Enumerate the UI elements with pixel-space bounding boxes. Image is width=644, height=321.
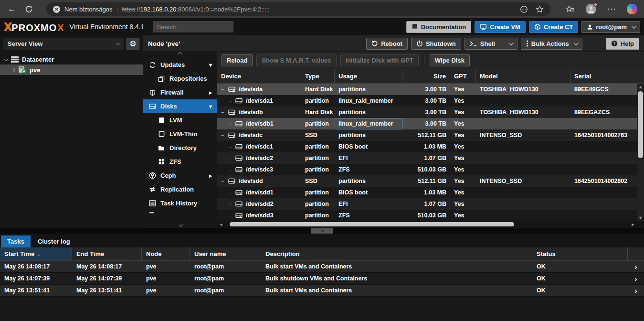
tab-cluster-log[interactable]: Cluster log (32, 235, 76, 247)
gear-icon[interactable]: ⚙ (127, 38, 139, 50)
column-header-serial[interactable]: Serial (570, 69, 637, 83)
disk-row[interactable]: −/dev/sdb1 partition linux_raid_member 3… (217, 118, 644, 129)
disk-row[interactable]: −/dev/sdc SSD partitions 512.11 GB Yes I… (217, 129, 644, 141)
reload-button[interactable]: Reload (222, 54, 253, 66)
menu-item[interactable] (143, 210, 217, 215)
scroll-up-icon[interactable] (143, 53, 217, 56)
task-detail-chevron-icon[interactable]: › (628, 285, 644, 296)
menu-item[interactable]: ZFS (143, 155, 217, 169)
tree-item-pve[interactable]: pve (0, 64, 143, 75)
disk-row[interactable]: −/dev/sda1 partition linux_raid_member 3… (217, 95, 644, 107)
task-row[interactable]: May 26 14:07:39 May 26 14:07:39 pve root… (0, 273, 644, 285)
collapse-icon[interactable]: − (221, 132, 225, 138)
disk-row[interactable]: −/dev/sdc2 partition EFI 1.07 GB Yes (217, 152, 644, 164)
task-row[interactable]: May 26 14:08:17 May 26 14:08:17 pve root… (0, 261, 644, 273)
back-icon[interactable]: ← (7, 4, 17, 14)
grid-icon (158, 159, 165, 165)
column-header-usage[interactable]: Usage (335, 69, 402, 83)
column-header-device[interactable]: Device (217, 69, 301, 83)
column-header-node[interactable]: Node (142, 247, 190, 260)
task-description: Bulk start VMs and Containers (261, 285, 532, 296)
reload-icon[interactable] (24, 4, 34, 14)
tree-item-datacenter[interactable]: Datacenter (0, 54, 143, 64)
replication-icon (148, 186, 156, 193)
column-header-status[interactable]: Status (532, 247, 628, 260)
menu-item[interactable]: Replication (143, 182, 217, 196)
user-menu-button[interactable]: root@pam (581, 21, 640, 33)
collapse-icon[interactable]: − (221, 178, 225, 184)
column-header-gpt[interactable]: GPT (450, 69, 476, 83)
menu-item[interactable]: Directory (143, 141, 217, 155)
scrollbar-thumb[interactable] (230, 222, 514, 226)
search-input[interactable] (153, 21, 233, 32)
menu-item[interactable]: LVM-Thin (143, 127, 217, 141)
menu-item[interactable]: Firewall (143, 86, 217, 99)
view-selector[interactable]: Server View (3, 38, 124, 50)
disk-row[interactable]: −/dev/sda Hard Disk partitions 3.00 TB Y… (217, 84, 644, 95)
disks-table-header: Device Type Usage Size GPT Model Serial (217, 69, 644, 84)
favorites-icon[interactable] (566, 5, 575, 13)
scroll-down-icon[interactable] (143, 224, 217, 227)
browser-menu-icon[interactable]: ⋯ (607, 4, 616, 14)
reboot-button[interactable]: Reboot (366, 38, 408, 50)
menu-item[interactable]: LVM (143, 113, 217, 127)
refresh-icon (148, 62, 156, 68)
create-ct-button[interactable]: Create CT (529, 21, 578, 33)
disk-row[interactable]: −/dev/sdc3 partition ZFS 510.03 GB Yes (217, 164, 644, 175)
wipe-disk-button[interactable]: Wipe Disk (430, 54, 470, 66)
copy-icon (158, 75, 165, 82)
splitter-handle[interactable] (311, 228, 333, 234)
bulk-actions-button[interactable]: Bulk Actions (521, 38, 582, 50)
url-text[interactable]: https://192.168.0.20:8006/#v1:0:=node%2F… (122, 6, 270, 13)
drive-icon (235, 201, 243, 207)
task-user: root@pam (190, 273, 261, 284)
menu-item[interactable]: Repositories (143, 72, 217, 86)
scroll-down-arrow-icon[interactable]: ▼ (638, 214, 643, 221)
shutdown-button[interactable]: Shutdown (411, 38, 461, 50)
avatar[interactable] (585, 3, 597, 15)
scroll-right-arrow-icon[interactable]: ► (630, 222, 636, 227)
reader-mode-icon[interactable] (520, 5, 528, 13)
column-header-end-time[interactable]: End Time (72, 247, 142, 260)
menu-item[interactable]: Updates (143, 58, 217, 72)
address-bar[interactable]: ✕ Nem biztonságos https://192.168.0.20:8… (46, 2, 550, 16)
disk-row[interactable]: −/dev/sdd3 partition ZFS 510.03 GB Yes (217, 210, 644, 221)
not-secure-icon[interactable]: ✕ (53, 6, 60, 13)
menu-item[interactable]: Task History (143, 196, 217, 210)
scrollbar-thumb[interactable] (638, 91, 643, 158)
disk-usage: ZFS (335, 210, 402, 221)
disk-row[interactable]: −/dev/sdb Hard Disk partitions 3.00 TB Y… (217, 107, 644, 118)
column-header-size[interactable]: Size (402, 69, 450, 83)
help-button[interactable]: ?Help (606, 38, 639, 50)
column-header-start-time[interactable]: Start Time↓ (0, 247, 72, 260)
task-detail-chevron-icon[interactable]: › (628, 273, 644, 284)
scroll-up-arrow-icon[interactable]: ▲ (638, 84, 643, 90)
disk-row[interactable]: −/dev/sdd2 partition EFI 1.07 GB Yes (217, 198, 644, 210)
collapse-icon[interactable]: − (221, 86, 225, 92)
task-row[interactable]: May 26 13:51:41 May 26 13:51:41 pve root… (0, 285, 644, 297)
horizontal-scrollbar[interactable]: ◄ ► (217, 222, 637, 227)
copilot-icon[interactable] (627, 4, 637, 14)
url-host: 192.168.0.20 (140, 6, 177, 13)
column-header-user[interactable]: User name (190, 247, 261, 260)
init-gpt-button[interactable]: Initialize Disk with GPT (340, 54, 419, 66)
disk-row[interactable]: −/dev/sdc1 partition BIOS boot 1.03 MB Y… (217, 141, 644, 152)
vertical-scrollbar[interactable]: ▲ ▼ (637, 84, 644, 221)
scroll-left-arrow-icon[interactable]: ◄ (218, 222, 224, 227)
task-detail-chevron-icon[interactable]: › (628, 261, 644, 272)
column-header-type[interactable]: Type (301, 69, 335, 83)
disk-row[interactable]: −/dev/sdd SSD partitions 512.11 GB Yes I… (217, 175, 644, 187)
disk-type: partition (301, 152, 335, 164)
menu-item[interactable]: Disks (143, 99, 217, 113)
column-header-model[interactable]: Model (476, 69, 570, 83)
create-vm-button[interactable]: Create VM (475, 21, 526, 33)
disk-row[interactable]: −/dev/sdd1 partition BIOS boot 1.03 MB Y… (217, 187, 644, 198)
shell-button[interactable]: Shell (465, 38, 517, 50)
documentation-button[interactable]: Documentation (406, 21, 472, 33)
bookmark-star-icon[interactable] (536, 5, 544, 13)
show-smart-button[interactable]: Show S.M.A.R.T. values (256, 54, 336, 66)
collapse-icon[interactable]: − (221, 109, 225, 115)
menu-item[interactable]: Ceph (143, 169, 217, 182)
column-header-description[interactable]: Description (261, 247, 532, 260)
tab-tasks[interactable]: Tasks (1, 235, 31, 247)
